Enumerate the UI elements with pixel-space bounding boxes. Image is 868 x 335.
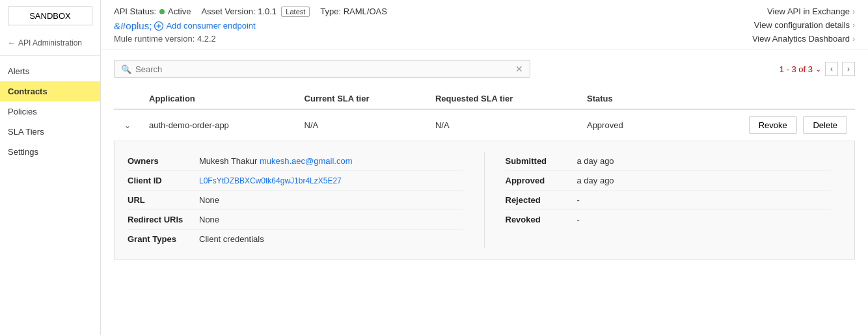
add-circle-icon xyxy=(154,21,163,31)
submitted-label: Submitted xyxy=(506,156,577,166)
rejected-value: - xyxy=(577,195,580,205)
revoked-row: Revoked - xyxy=(506,210,832,229)
add-endpoint-link[interactable]: &#oplus; Add consumer endpoint xyxy=(114,20,387,31)
sidebar-item-settings[interactable]: Settings xyxy=(0,142,100,162)
table-header: Application Current SLA tier Requested S… xyxy=(114,88,855,109)
add-endpoint-label: Add consumer endpoint xyxy=(166,21,255,31)
owners-name: Mukesh Thakur xyxy=(199,156,257,166)
approved-value: a day ago xyxy=(577,176,614,185)
requested-sla-cell: N/A xyxy=(427,109,579,141)
api-status-value: Active xyxy=(168,7,191,16)
back-link[interactable]: ← API Administration xyxy=(0,36,100,56)
revoke-button[interactable]: Revoke xyxy=(749,116,797,134)
requested-sla-value: N/A xyxy=(435,120,450,130)
clear-search-icon[interactable]: ✕ xyxy=(515,64,523,74)
top-bar: API Status: Active Asset Version: 1.0.1 … xyxy=(101,0,868,49)
revoked-label: Revoked xyxy=(506,215,577,224)
plus-circle-icon: &#oplus; xyxy=(114,20,152,31)
view-analytics-label: View Analytics Dashboard xyxy=(752,34,850,44)
view-api-exchange-link[interactable]: View API in Exchange › xyxy=(767,7,855,16)
revoked-value: - xyxy=(577,215,580,224)
main-content: API Status: Active Asset Version: 1.0.1 … xyxy=(101,0,868,335)
search-row: 🔍 ✕ 1 - 3 of 3 ⌄ ‹ › xyxy=(114,60,855,78)
search-box: 🔍 ✕ xyxy=(114,60,530,78)
detail-col-right: Submitted a day ago Approved a day ago R… xyxy=(485,152,842,248)
top-bar-left: API Status: Active Asset Version: 1.0.1 … xyxy=(114,7,387,44)
runtime-row: Mule runtime version: 4.2.2 xyxy=(114,34,387,44)
type-label: Type: xyxy=(320,7,341,16)
rejected-label: Rejected xyxy=(506,195,577,205)
view-config-details-link[interactable]: View configuration details › xyxy=(754,20,855,30)
status-dot-icon xyxy=(159,9,165,14)
asset-version-container: Asset Version: 1.0.1 Latest xyxy=(201,7,310,16)
submitted-row: Submitted a day ago xyxy=(506,152,832,171)
back-arrow-icon: ← xyxy=(8,38,16,47)
sidebar-item-sla-tiers[interactable]: SLA Tiers xyxy=(0,122,100,142)
view-analytics-link[interactable]: View Analytics Dashboard › xyxy=(752,34,855,44)
url-value: None xyxy=(199,195,219,205)
approved-label: Approved xyxy=(506,176,577,185)
client-id-label: Client ID xyxy=(128,176,199,185)
redirect-uris-row: Redirect URIs None xyxy=(128,210,463,230)
redirect-uris-label: Redirect URIs xyxy=(128,215,199,224)
status-badge: Approved xyxy=(587,120,623,130)
expand-button[interactable]: ⌄ xyxy=(122,121,133,130)
expand-cell: ⌄ xyxy=(114,109,141,141)
client-id-row: Client ID L0FsYtDZBBXCw0tk64gwJ1br4LzX5E… xyxy=(128,171,463,191)
grant-types-value: Client credentials xyxy=(199,234,264,244)
chevron-right-icon-2: › xyxy=(852,21,855,30)
detail-grid: Owners Mukesh Thakur mukesh.aec@gmail.co… xyxy=(128,152,841,248)
contracts-table: Application Current SLA tier Requested S… xyxy=(114,88,855,260)
status-cell: Approved xyxy=(579,109,663,141)
submitted-value: a day ago xyxy=(577,156,614,166)
delete-button[interactable]: Delete xyxy=(803,116,847,134)
detail-panel: Owners Mukesh Thakur mukesh.aec@gmail.co… xyxy=(114,141,855,260)
pagination: 1 - 3 of 3 ⌄ ‹ › xyxy=(780,62,855,76)
url-row: URL None xyxy=(128,191,463,210)
api-status-label: API Status: xyxy=(114,7,156,16)
detail-row: Owners Mukesh Thakur mukesh.aec@gmail.co… xyxy=(114,141,855,260)
url-label: URL xyxy=(128,195,199,205)
asset-version-label: Asset Version: xyxy=(201,7,255,16)
latest-badge: Latest xyxy=(281,7,310,17)
col-requested-sla: Requested SLA tier xyxy=(427,88,579,109)
col-status: Status xyxy=(579,88,663,109)
col-current-sla: Current SLA tier xyxy=(297,88,427,109)
content-area: 🔍 ✕ 1 - 3 of 3 ⌄ ‹ › Application Current… xyxy=(101,49,868,335)
search-input[interactable] xyxy=(135,64,515,74)
grant-types-label: Grant Types xyxy=(128,234,199,244)
search-icon: 🔍 xyxy=(121,64,131,74)
chevron-right-icon-3: › xyxy=(852,34,855,44)
current-sla-cell: N/A xyxy=(297,109,427,141)
owners-email[interactable]: mukesh.aec@gmail.com xyxy=(260,156,353,166)
redirect-uris-value: None xyxy=(199,215,219,224)
page-next-button[interactable]: › xyxy=(842,62,855,76)
owners-label: Owners xyxy=(128,156,199,166)
page-info: 1 - 3 of 3 ⌄ xyxy=(780,64,821,74)
runtime-value: 4.2.2 xyxy=(197,34,216,44)
api-status: API Status: Active xyxy=(114,7,191,16)
type-value: RAML/OAS xyxy=(344,7,387,16)
page-info-text: 1 - 3 of 3 xyxy=(780,64,813,74)
page-dropdown-icon[interactable]: ⌄ xyxy=(815,65,821,74)
api-type-container: Type: RAML/OAS xyxy=(320,7,387,16)
actions-cell: Revoke Delete xyxy=(663,109,855,141)
grant-types-row: Grant Types Client credentials xyxy=(128,230,463,248)
view-api-exchange-label: View API in Exchange xyxy=(767,7,850,16)
sidebar-item-alerts[interactable]: Alerts xyxy=(0,61,100,81)
approved-row: Approved a day ago xyxy=(506,171,832,191)
sidebar-item-contracts[interactable]: Contracts xyxy=(0,81,100,101)
table-row: ⌄ auth-demo-order-app N/A N/A Approved xyxy=(114,109,855,141)
asset-version-value: 1.0.1 xyxy=(258,7,277,16)
col-actions xyxy=(663,88,855,109)
view-config-details-label: View configuration details xyxy=(754,20,850,30)
page-prev-button[interactable]: ‹ xyxy=(825,62,838,76)
app-name: auth-demo-order-app xyxy=(149,120,229,130)
sidebar-item-policies[interactable]: Policies xyxy=(0,101,100,122)
rejected-row: Rejected - xyxy=(506,191,832,210)
status-row: API Status: Active Asset Version: 1.0.1 … xyxy=(114,7,387,16)
owners-row: Owners Mukesh Thakur mukesh.aec@gmail.co… xyxy=(128,152,463,171)
app-name-cell: auth-demo-order-app xyxy=(141,109,297,141)
detail-col-left: Owners Mukesh Thakur mukesh.aec@gmail.co… xyxy=(128,152,485,248)
sandbox-button[interactable]: SANDBOX xyxy=(8,7,92,25)
